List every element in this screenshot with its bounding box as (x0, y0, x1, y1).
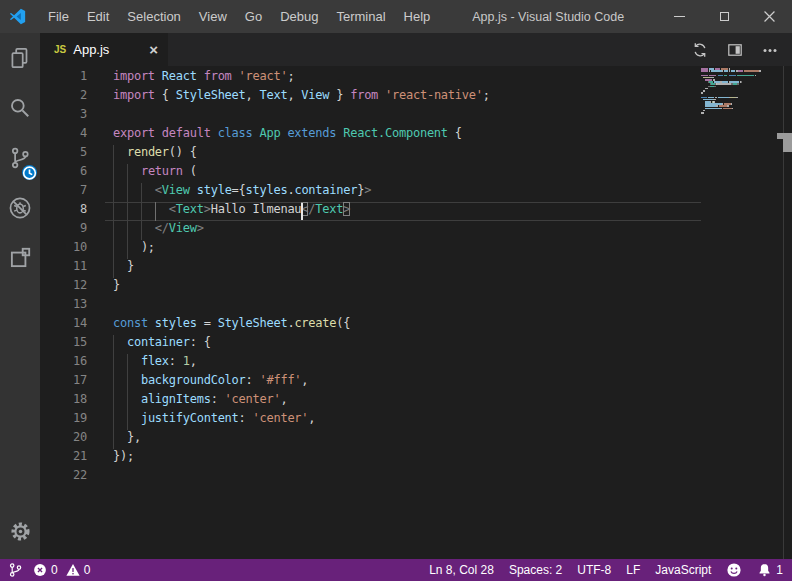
code-line-16[interactable]: flex: 1, (113, 354, 197, 373)
maximize-button[interactable] (702, 0, 747, 33)
line-number: 10 (40, 240, 87, 259)
window-title: App.js - Visual Studio Code (439, 10, 657, 24)
notification-count: 1 (776, 563, 783, 577)
line-number: 20 (40, 430, 87, 449)
error-count: 0 (51, 563, 58, 577)
editor[interactable]: 12345678910111213141516171819202122 impo… (40, 66, 792, 559)
menu-debug[interactable]: Debug (271, 0, 327, 33)
sidebar-item-explorer[interactable] (0, 33, 40, 83)
sync-pending-badge (22, 165, 37, 180)
code-line-21[interactable]: }); (113, 449, 134, 468)
code-line-20[interactable]: }, (113, 430, 141, 449)
code-line-19[interactable]: justifyContent: 'center', (113, 411, 315, 430)
line-number: 18 (40, 392, 87, 411)
tab-bar: JS App.js × (40, 33, 792, 66)
gear-icon (8, 519, 33, 544)
line-number: 5 (40, 145, 87, 164)
sidebar-item-debug[interactable] (0, 183, 40, 233)
line-number: 4 (40, 126, 87, 145)
vscode-logo-icon (9, 8, 26, 25)
code-line-14[interactable]: const styles = StyleSheet.create({ (113, 316, 350, 335)
tab-label: App.js (73, 42, 149, 57)
status-bar: 0 0 Ln 8, Col 28 Spaces: 2 UTF-8 LF Java… (0, 559, 792, 581)
clock-icon (22, 160, 37, 186)
line-number: 1 (40, 69, 87, 88)
explorer-files-icon (7, 45, 33, 71)
smiley-icon (726, 562, 742, 578)
code-line-17[interactable]: backgroundColor: '#fff', (113, 373, 308, 392)
code-line-4[interactable]: export default class App extends React.C… (113, 126, 462, 145)
text-cursor (301, 203, 303, 220)
menu-go[interactable]: Go (236, 0, 271, 33)
errors-icon (33, 563, 47, 577)
tab-appjs[interactable]: JS App.js × (40, 33, 168, 66)
feedback-button[interactable] (726, 562, 742, 578)
line-number: 3 (40, 107, 87, 126)
line-number: 2 (40, 88, 87, 107)
menu-file[interactable]: File (39, 0, 78, 33)
cursor-position[interactable]: Ln 8, Col 28 (429, 563, 494, 577)
code-line-12[interactable]: } (113, 278, 120, 297)
debug-icon (7, 195, 33, 221)
git-branch-icon (8, 562, 23, 578)
code-line-1[interactable]: import React from 'react'; (113, 69, 294, 88)
bell-icon (757, 562, 772, 578)
line-number: 19 (40, 411, 87, 430)
close-button[interactable] (747, 0, 792, 33)
code-line-9[interactable]: </View> (113, 221, 204, 240)
close-icon (764, 11, 775, 22)
settings-button[interactable] (0, 511, 40, 551)
status-bar-right: Ln 8, Col 28 Spaces: 2 UTF-8 LF JavaScri… (429, 562, 783, 578)
eol-indicator[interactable]: LF (626, 563, 640, 577)
minimap[interactable] (701, 68, 762, 128)
git-branch-indicator[interactable] (8, 562, 23, 578)
sidebar-item-source-control[interactable] (0, 133, 40, 183)
indentation-indicator[interactable]: Spaces: 2 (509, 563, 562, 577)
minimize-icon (674, 16, 685, 17)
encoding-indicator[interactable]: UTF-8 (577, 563, 611, 577)
menu-bar: FileEditSelectionViewGoDebugTerminalHelp (39, 0, 439, 33)
overview-cursor-marker (783, 139, 792, 152)
code-line-6[interactable]: return ( (113, 164, 197, 183)
line-number: 7 (40, 183, 87, 202)
menu-selection[interactable]: Selection (118, 0, 189, 33)
problems-indicator[interactable]: 0 0 (33, 563, 90, 577)
sidebar-item-extensions[interactable] (0, 233, 40, 283)
line-number: 21 (40, 449, 87, 468)
code-line-18[interactable]: alignItems: 'center', (113, 392, 287, 411)
code-line-10[interactable]: ); (113, 240, 155, 259)
code-line-7[interactable]: <View style={styles.container}> (113, 183, 371, 202)
menu-help[interactable]: Help (395, 0, 440, 33)
line-number: 6 (40, 164, 87, 183)
menu-edit[interactable]: Edit (78, 0, 118, 33)
warning-count: 0 (84, 563, 91, 577)
line-number: 8 (40, 202, 87, 221)
tab-close-icon[interactable]: × (149, 43, 158, 57)
maximize-icon (720, 12, 729, 21)
code-line-8[interactable]: <Text>Hallo Ilmenau</Text> (113, 202, 350, 221)
menu-terminal[interactable]: Terminal (327, 0, 394, 33)
window-controls (657, 0, 792, 33)
line-number: 13 (40, 297, 87, 316)
sidebar-item-search[interactable] (0, 83, 40, 133)
menu-view[interactable]: View (190, 0, 236, 33)
notifications-button[interactable]: 1 (757, 562, 783, 578)
line-number: 22 (40, 468, 87, 487)
line-number: 17 (40, 373, 87, 392)
code-line-15[interactable]: container: { (113, 335, 211, 354)
warnings-icon (66, 563, 80, 577)
vscode-window: FileEditSelectionViewGoDebugTerminalHelp… (0, 0, 792, 581)
code-line-11[interactable]: } (113, 259, 134, 278)
line-number: 16 (40, 354, 87, 373)
editor-actions (692, 42, 792, 58)
line-number: 15 (40, 335, 87, 354)
minimize-button[interactable] (657, 0, 702, 33)
split-editor-icon[interactable] (727, 42, 743, 58)
more-actions-icon[interactable] (762, 42, 778, 58)
language-mode[interactable]: JavaScript (655, 563, 711, 577)
code-line-5[interactable]: render() { (113, 145, 197, 164)
sync-changes-icon[interactable] (692, 42, 708, 58)
code-line-2[interactable]: import { StyleSheet, Text, View } from '… (113, 88, 490, 107)
search-icon (7, 95, 33, 121)
line-number: 14 (40, 316, 87, 335)
